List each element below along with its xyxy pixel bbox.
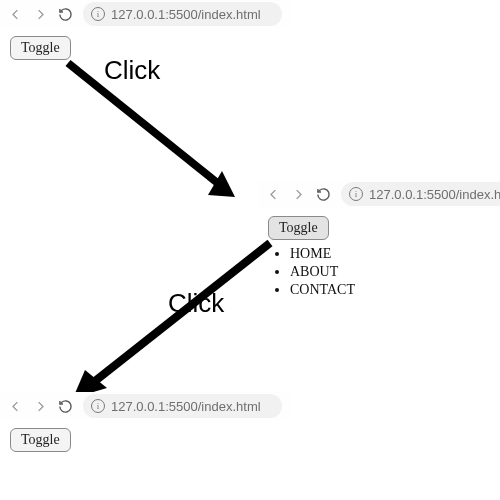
site-info-icon[interactable]: i	[349, 187, 363, 201]
back-icon[interactable]	[8, 7, 23, 22]
url-text: 127.0.0.1:5500/index.html	[111, 399, 261, 414]
back-icon[interactable]	[266, 187, 281, 202]
address-bar: i 127.0.0.1:5500/index.html	[0, 392, 290, 420]
nav-menu: HOME ABOUT CONTACT	[290, 246, 490, 298]
url-text: 127.0.0.1:5500/index.html	[369, 187, 500, 202]
address-bar: i 127.0.0.1:5500/index.html	[0, 0, 290, 28]
site-info-icon[interactable]: i	[91, 7, 105, 21]
reload-icon[interactable]	[58, 7, 73, 22]
forward-icon[interactable]	[33, 7, 48, 22]
address-bar: i 127.0.0.1:5500/index.html	[258, 180, 500, 208]
browser-pane-3: i 127.0.0.1:5500/index.html Toggle	[0, 392, 290, 460]
nav-item-home[interactable]: HOME	[290, 246, 490, 262]
reload-icon[interactable]	[58, 399, 73, 414]
nav-item-contact[interactable]: CONTACT	[290, 282, 490, 298]
url-field[interactable]: i 127.0.0.1:5500/index.html	[83, 2, 282, 26]
page-body: Toggle	[0, 420, 290, 460]
back-icon[interactable]	[8, 399, 23, 414]
arrow-1-icon	[50, 55, 250, 215]
nav-item-about[interactable]: ABOUT	[290, 264, 490, 280]
toggle-button[interactable]: Toggle	[10, 428, 71, 452]
url-text: 127.0.0.1:5500/index.html	[111, 7, 261, 22]
reload-icon[interactable]	[316, 187, 331, 202]
arrow-2-icon	[55, 235, 295, 415]
svg-line-2	[90, 243, 270, 385]
url-field[interactable]: i 127.0.0.1:5500/index.html	[341, 182, 500, 206]
url-field[interactable]: i 127.0.0.1:5500/index.html	[83, 394, 282, 418]
svg-line-0	[68, 63, 220, 185]
forward-icon[interactable]	[33, 399, 48, 414]
site-info-icon[interactable]: i	[91, 399, 105, 413]
forward-icon[interactable]	[291, 187, 306, 202]
